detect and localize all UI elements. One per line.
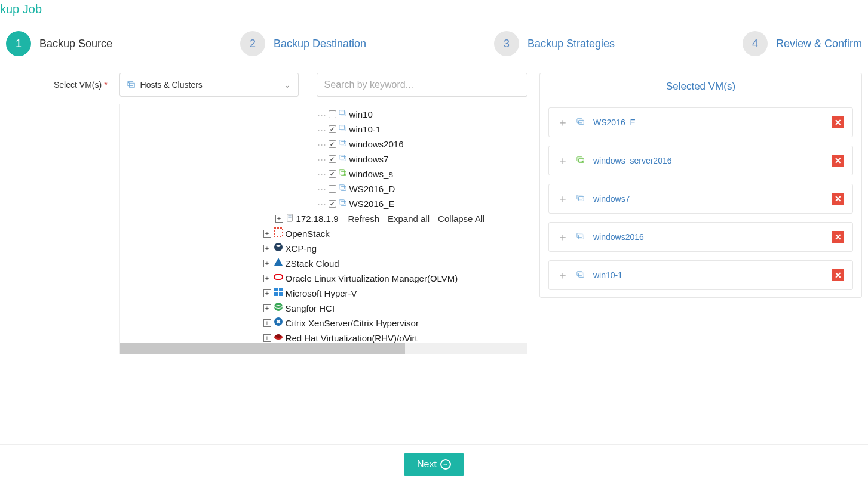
tree-connector: ⋯ bbox=[317, 196, 325, 211]
selected-vm-name: win10-1 bbox=[593, 270, 824, 280]
tree-provider-row[interactable]: +Oracle Linux Virtualization Manager(OLV… bbox=[120, 271, 527, 286]
horizontal-scrollbar[interactable] bbox=[120, 343, 527, 354]
expand-all-action[interactable]: Expand all bbox=[388, 214, 430, 224]
svg-rect-43 bbox=[579, 273, 584, 277]
tree-provider-row[interactable]: +Sangfor HCI bbox=[120, 301, 527, 316]
svg-rect-11 bbox=[339, 170, 344, 174]
selected-vm-item: ＋windows7✕ bbox=[548, 184, 853, 214]
remove-selected-button[interactable]: ✕ bbox=[832, 193, 844, 205]
vm-icon bbox=[339, 167, 347, 181]
svg-rect-28 bbox=[279, 292, 283, 296]
provider-icon bbox=[274, 316, 283, 331]
step-label: Backup Destination bbox=[274, 38, 366, 50]
vm-name: windows2016 bbox=[349, 137, 404, 152]
remove-selected-button[interactable]: ✕ bbox=[832, 155, 844, 167]
svg-rect-17 bbox=[341, 201, 346, 205]
selected-vm-item: ＋win10-1✕ bbox=[548, 260, 853, 290]
provider-icon bbox=[274, 271, 283, 286]
svg-rect-24 bbox=[274, 275, 283, 279]
expand-selected-icon[interactable]: ＋ bbox=[557, 115, 568, 130]
svg-rect-4 bbox=[341, 112, 346, 116]
svg-rect-16 bbox=[339, 200, 344, 204]
collapse-all-action[interactable]: Collapse All bbox=[438, 214, 484, 224]
svg-rect-39 bbox=[579, 196, 584, 201]
remove-selected-button[interactable]: ✕ bbox=[832, 231, 844, 243]
svg-rect-7 bbox=[339, 140, 344, 144]
vm-icon bbox=[339, 196, 347, 211]
expand-toggle[interactable]: + bbox=[263, 260, 271, 267]
tree-provider-row[interactable]: +XCP-ng bbox=[120, 241, 527, 256]
provider-name: Citrix XenServer/Citrix Hypervisor bbox=[286, 316, 419, 331]
svg-rect-10 bbox=[341, 156, 346, 161]
tree-vm-row[interactable]: ⋯windows_s bbox=[120, 167, 527, 181]
expand-toggle[interactable]: + bbox=[263, 245, 271, 252]
expand-selected-icon[interactable]: ＋ bbox=[557, 230, 568, 244]
svg-rect-19 bbox=[288, 215, 291, 217]
expand-selected-icon[interactable]: ＋ bbox=[557, 192, 568, 206]
selected-vms-panel: Selected VM(s) ＋WS2016_E✕＋windows_server… bbox=[539, 73, 862, 298]
vm-checkbox[interactable] bbox=[329, 170, 336, 178]
vm-icon bbox=[339, 107, 347, 122]
vm-checkbox[interactable] bbox=[329, 110, 336, 118]
tree-host-row[interactable]: +172.18.1.9RefreshExpand allCollapse All bbox=[120, 211, 527, 226]
vm-tree[interactable]: ⋯win10⋯win10-1⋯windows2016⋯windows7⋯wind… bbox=[119, 104, 527, 354]
vm-icon bbox=[576, 156, 585, 166]
expand-toggle[interactable]: + bbox=[263, 230, 271, 238]
svg-rect-2 bbox=[128, 82, 129, 83]
host-ip: 172.18.1.9 bbox=[296, 211, 339, 226]
wizard-step[interactable]: 4Review & Confirm bbox=[743, 31, 862, 56]
svg-point-29 bbox=[274, 303, 283, 311]
expand-toggle[interactable]: + bbox=[263, 319, 271, 327]
tree-vm-row[interactable]: ⋯windows7 bbox=[120, 152, 527, 167]
step-number-circle: 1 bbox=[6, 31, 31, 56]
tree-vm-row[interactable]: ⋯WS2016_D bbox=[120, 181, 527, 196]
expand-selected-icon[interactable]: ＋ bbox=[557, 268, 568, 282]
wizard-step[interactable]: 2Backup Destination bbox=[240, 31, 366, 56]
svg-rect-26 bbox=[279, 288, 283, 291]
expand-toggle[interactable]: + bbox=[263, 275, 271, 282]
tree-provider-row[interactable]: +ZStack Cloud bbox=[120, 256, 527, 271]
vm-name: win10 bbox=[349, 107, 373, 122]
refresh-action[interactable]: Refresh bbox=[348, 214, 379, 224]
vm-icon bbox=[576, 118, 585, 128]
expand-toggle[interactable]: + bbox=[263, 334, 271, 342]
provider-icon bbox=[274, 241, 283, 256]
tree-provider-row[interactable]: +OpenStack bbox=[120, 226, 527, 241]
vm-checkbox[interactable] bbox=[329, 155, 336, 163]
wizard-step[interactable]: 3Backup Strategies bbox=[494, 31, 615, 56]
tree-connector: ⋯ bbox=[317, 167, 325, 181]
expand-toggle[interactable]: + bbox=[275, 215, 283, 223]
view-selector[interactable]: Hosts & Clusters ⌄ bbox=[119, 73, 299, 97]
remove-selected-button[interactable]: ✕ bbox=[832, 269, 844, 281]
selected-vm-name: windows2016 bbox=[593, 232, 824, 242]
provider-icon bbox=[274, 226, 283, 241]
svg-rect-27 bbox=[274, 292, 278, 296]
tree-connector: ⋯ bbox=[317, 152, 325, 167]
provider-name: Oracle Linux Virtualization Manager(OLVM… bbox=[286, 271, 458, 286]
tree-vm-row[interactable]: ⋯windows2016 bbox=[120, 137, 527, 152]
tree-vm-row[interactable]: ⋯win10-1 bbox=[120, 122, 527, 137]
tree-provider-row[interactable]: +Citrix XenServer/Citrix Hypervisor bbox=[120, 316, 527, 331]
tree-provider-row[interactable]: +Microsoft Hyper-V bbox=[120, 286, 527, 301]
search-input[interactable] bbox=[317, 73, 527, 97]
tree-vm-row[interactable]: ⋯WS2016_E bbox=[120, 196, 527, 211]
expand-toggle[interactable]: + bbox=[263, 304, 271, 312]
remove-selected-button[interactable]: ✕ bbox=[832, 116, 844, 128]
vm-checkbox[interactable] bbox=[329, 140, 336, 148]
vm-checkbox[interactable] bbox=[329, 125, 336, 133]
expand-selected-icon[interactable]: ＋ bbox=[557, 153, 568, 168]
svg-rect-6 bbox=[341, 127, 346, 131]
expand-toggle[interactable]: + bbox=[263, 289, 271, 297]
svg-rect-12 bbox=[341, 171, 346, 175]
svg-rect-42 bbox=[577, 271, 582, 275]
vm-checkbox[interactable] bbox=[329, 200, 336, 208]
vm-icon bbox=[339, 152, 347, 167]
provider-icon bbox=[274, 256, 283, 271]
vm-name: win10-1 bbox=[349, 122, 381, 137]
step-number-circle: 3 bbox=[494, 31, 519, 56]
tree-vm-row[interactable]: ⋯win10 bbox=[120, 107, 527, 122]
vm-checkbox[interactable] bbox=[329, 185, 336, 193]
svg-rect-20 bbox=[288, 217, 291, 218]
select-vms-label: Select VM(s)* bbox=[6, 73, 108, 90]
svg-rect-25 bbox=[274, 288, 278, 291]
